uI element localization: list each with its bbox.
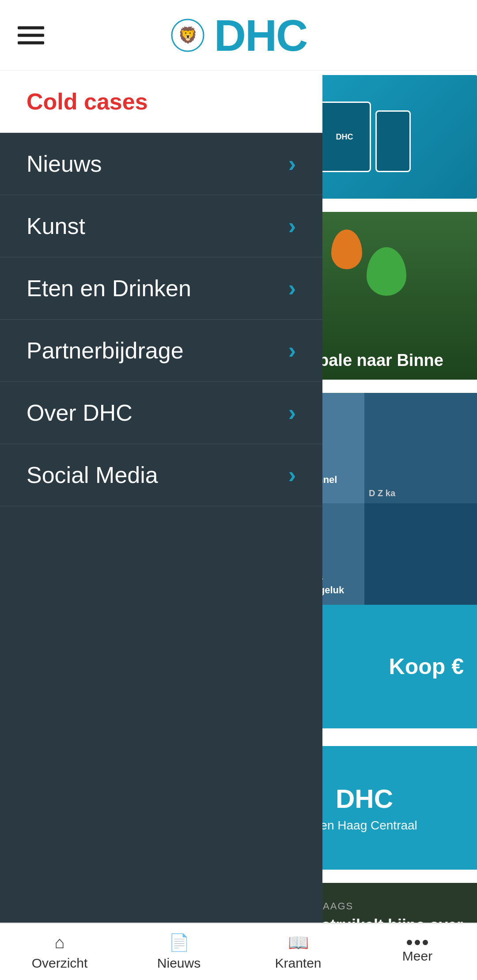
small-card-2-text: D Z ka: [369, 487, 473, 499]
sidebar-item-social-media[interactable]: Social Media ›: [0, 444, 322, 506]
dot-1: [407, 940, 412, 945]
nav-item-kranten[interactable]: 📖 Kranten: [238, 923, 358, 980]
device-image: DHC: [309, 93, 420, 181]
nav-label-kranten: Kranten: [275, 956, 321, 971]
chevron-right-icon-over-dhc: ›: [288, 400, 296, 426]
small-card-4[interactable]: [364, 503, 477, 614]
nav-label-nieuws: Nieuws: [157, 956, 201, 971]
sidebar-item-eten[interactable]: Eten en Drinken ›: [0, 257, 322, 320]
lion-crest-icon: 🦁: [170, 18, 205, 53]
logo-container: 🦁 DHC: [170, 13, 307, 57]
sidebar-item-nieuws[interactable]: Nieuws ›: [0, 133, 322, 195]
sidebar-item-over-dhc-label: Over DHC: [26, 400, 132, 426]
small-card-2[interactable]: D Z ka: [364, 393, 477, 503]
chevron-right-icon-kunst: ›: [288, 213, 296, 239]
sidebar-item-kunst-label: Kunst: [26, 213, 85, 239]
chevron-right-icon-eten: ›: [288, 275, 296, 302]
dot-3: [423, 940, 428, 945]
nav-item-meer[interactable]: Meer: [358, 923, 477, 980]
nav-item-nieuws[interactable]: 📄 Nieuws: [119, 923, 238, 980]
hamburger-menu-button[interactable]: [18, 22, 44, 49]
tablet-device: DHC: [318, 102, 371, 172]
chevron-right-icon-social-media: ›: [288, 462, 296, 488]
sidebar-item-eten-label: Eten en Drinken: [26, 275, 191, 302]
hamburger-line-2: [18, 34, 44, 37]
nav-label-meer: Meer: [402, 949, 432, 964]
home-icon: ⌂: [55, 933, 65, 952]
sidebar-active-label: Cold cases: [26, 89, 148, 114]
hamburger-line-3: [18, 41, 44, 44]
sidebar-item-kunst[interactable]: Kunst ›: [0, 195, 322, 257]
sidebar-item-over-dhc[interactable]: Over DHC ›: [0, 382, 322, 444]
phone-device: [375, 110, 411, 172]
bottom-navigation: ⌂ Overzicht 📄 Nieuws 📖 Kranten Meer: [0, 923, 477, 980]
sidebar-item-social-media-label: Social Media: [26, 462, 158, 488]
svg-text:🦁: 🦁: [178, 26, 197, 45]
chevron-right-icon-nieuws: ›: [288, 151, 296, 177]
sidebar-item-partner-label: Partnerbijdrage: [26, 337, 184, 364]
hamburger-line-1: [18, 26, 44, 29]
chevron-right-icon-partner: ›: [288, 337, 296, 364]
dhc-big-subtitle-text: Den Haag Centraal: [311, 818, 417, 833]
header: 🦁 DHC: [0, 0, 477, 71]
sidebar-active-item: Cold cases: [0, 71, 322, 133]
more-dots-icon: [407, 940, 428, 945]
koop-text: Koop €: [389, 654, 464, 679]
sidebar-item-nieuws-label: Nieuws: [26, 151, 102, 177]
sidebar-item-partner[interactable]: Partnerbijdrage ›: [0, 320, 322, 382]
dhc-big-logo-text: DHC: [336, 784, 393, 814]
nav-label-overzicht: Overzicht: [32, 956, 88, 971]
dhc-logo-text: DHC: [214, 13, 307, 57]
sidebar-menu: Cold cases Nieuws › Kunst › Eten en Drin…: [0, 71, 322, 923]
book-icon: 📖: [288, 933, 309, 952]
nav-item-overzicht[interactable]: ⌂ Overzicht: [0, 923, 119, 980]
dot-2: [415, 940, 420, 945]
news-icon: 📄: [169, 933, 189, 952]
